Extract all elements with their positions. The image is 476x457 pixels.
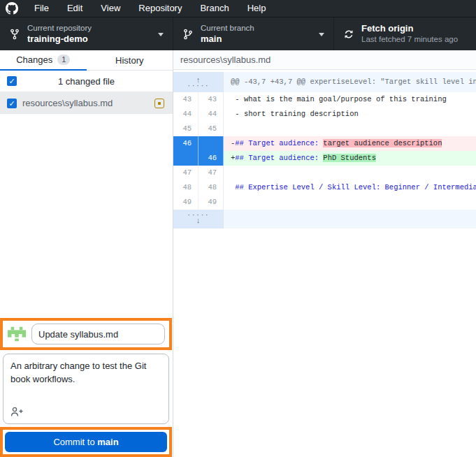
title-bar: FileEditViewRepositoryBranchHelp bbox=[0, 0, 476, 17]
diff-line-code: -## Target audience: target audience des… bbox=[224, 136, 476, 151]
sidebar-tabs: Changes 1 History bbox=[0, 50, 173, 71]
expand-down-icon[interactable]: ·····↓ bbox=[173, 210, 224, 228]
fetch-origin-subtitle: Last fetched 7 minutes ago bbox=[361, 34, 458, 45]
current-branch-text: Current branch main bbox=[201, 23, 254, 45]
diff-line-code: ## Expertise Level / Skill Level: Beginn… bbox=[224, 180, 476, 195]
diff-line-code: - short training description bbox=[224, 107, 476, 122]
hunk-header-text: @@ -43,7 +43,7 @@ expertiseLevel: "Targe… bbox=[224, 72, 476, 92]
diff-line-code: +## Target audience: PhD Students bbox=[224, 151, 476, 166]
word-diff-highlight: PhD Students bbox=[323, 154, 376, 162]
sidebar: Changes 1 History 1 changed file ✓ ✓ res… bbox=[0, 50, 173, 457]
old-line-number[interactable]: 47 bbox=[173, 166, 199, 180]
commit-button-label: Commit to bbox=[53, 437, 97, 447]
old-line-number[interactable]: 45 bbox=[173, 122, 199, 136]
current-repository-button[interactable]: Current repository training-demo bbox=[0, 17, 173, 50]
avatar bbox=[7, 324, 27, 344]
diff-line-context[interactable]: 4343 - what is the main goal/purpose of … bbox=[173, 92, 476, 107]
menu-item-view[interactable]: View bbox=[92, 0, 129, 17]
content-area: Changes 1 History 1 changed file ✓ ✓ res… bbox=[0, 50, 476, 457]
expand-code bbox=[224, 210, 476, 228]
fetch-origin-title: Fetch origin bbox=[361, 23, 458, 34]
menu-item-branch[interactable]: Branch bbox=[191, 0, 238, 17]
changed-files-header: 1 changed file ✓ bbox=[0, 71, 173, 92]
old-line-number[interactable]: 49 bbox=[173, 195, 199, 210]
diff-line-code: - what is the main goal/purpose of this … bbox=[224, 92, 476, 107]
branch-icon bbox=[182, 29, 194, 40]
word-diff-highlight: target audience description bbox=[323, 139, 442, 147]
diff-line-context[interactable]: 4949 bbox=[173, 195, 476, 210]
commit-description-text: An arbitrary change to test the Git book… bbox=[10, 361, 146, 384]
file-list-item[interactable]: ✓ resources\syllabus.md bbox=[0, 92, 173, 114]
old-line-number[interactable]: 48 bbox=[173, 180, 199, 195]
annotation-highlight-commit-button: Commit to main bbox=[0, 427, 172, 457]
diff-line-code bbox=[224, 122, 476, 136]
diff-expand-row: ·····↓ bbox=[173, 210, 476, 228]
current-branch-label: Current branch bbox=[201, 23, 254, 34]
current-branch-value: main bbox=[201, 34, 254, 45]
diff-line-context[interactable]: 4848 ## Expertise Level / Skill Level: B… bbox=[173, 180, 476, 195]
old-line-number[interactable]: 46 bbox=[173, 136, 199, 151]
menu-item-edit[interactable]: Edit bbox=[58, 0, 92, 17]
diff-line-code bbox=[224, 195, 476, 210]
new-line-number[interactable]: 45 bbox=[199, 122, 224, 136]
new-line-number[interactable] bbox=[199, 136, 224, 151]
diff-file-path: resources\syllabus.md bbox=[173, 50, 476, 70]
new-line-number[interactable]: 43 bbox=[199, 92, 224, 107]
commit-summary-input[interactable] bbox=[31, 324, 165, 344]
tab-history[interactable]: History bbox=[87, 50, 173, 70]
chevron-down-icon bbox=[158, 33, 164, 36]
menu-item-repository[interactable]: Repository bbox=[129, 0, 191, 17]
modified-status-icon bbox=[154, 99, 164, 108]
diff-line-context[interactable]: 4444 - short training description bbox=[173, 107, 476, 122]
file-path-label: resources\syllabus.md bbox=[22, 98, 154, 108]
diff-line-addition[interactable]: 46+## Target audience: PhD Students bbox=[173, 151, 476, 166]
old-line-number[interactable] bbox=[173, 151, 199, 166]
new-line-number[interactable]: 47 bbox=[199, 166, 224, 180]
menu-item-file[interactable]: File bbox=[25, 0, 58, 17]
toolbar: Current repository training-demo Current… bbox=[0, 17, 476, 50]
diff-line-code bbox=[224, 166, 476, 180]
current-repository-value: training-demo bbox=[27, 34, 92, 45]
new-line-number[interactable]: 48 bbox=[199, 180, 224, 195]
diff-hunk-row: ↑·····@@ -43,7 +43,7 @@ expertiseLevel: … bbox=[173, 72, 476, 92]
new-line-number[interactable]: 46 bbox=[199, 151, 224, 166]
diff-line-context[interactable]: 4545 bbox=[173, 122, 476, 136]
file-checkbox[interactable]: ✓ bbox=[7, 99, 17, 108]
github-logo-icon bbox=[6, 2, 18, 15]
new-line-number[interactable]: 49 bbox=[199, 195, 224, 210]
tab-changes[interactable]: Changes 1 bbox=[0, 50, 87, 71]
expand-up-icon[interactable]: ↑····· bbox=[173, 72, 224, 92]
annotation-highlight-summary bbox=[0, 318, 172, 350]
tab-history-label: History bbox=[115, 55, 143, 66]
diff-line-context[interactable]: 4747 bbox=[173, 166, 476, 180]
diff-line-deletion[interactable]: 46-## Target audience: target audience d… bbox=[173, 136, 476, 151]
add-coauthor-icon[interactable] bbox=[10, 406, 24, 419]
sidebar-spacer bbox=[0, 114, 173, 318]
chevron-down-icon bbox=[319, 33, 324, 36]
menu-item-help[interactable]: Help bbox=[238, 0, 275, 17]
changed-files-count: 1 changed file bbox=[0, 76, 173, 87]
menu-items: FileEditViewRepositoryBranchHelp bbox=[25, 0, 275, 17]
fetch-origin-text: Fetch origin Last fetched 7 minutes ago bbox=[361, 23, 458, 45]
sync-icon bbox=[343, 29, 354, 40]
changes-count-badge: 1 bbox=[57, 55, 70, 65]
current-repository-text: Current repository training-demo bbox=[27, 23, 92, 45]
commit-description-textarea[interactable]: An arbitrary change to test the Git book… bbox=[3, 354, 169, 424]
commit-button-branch: main bbox=[97, 437, 118, 447]
commit-button[interactable]: Commit to main bbox=[5, 432, 167, 452]
old-line-number[interactable]: 44 bbox=[173, 107, 199, 122]
current-branch-button[interactable]: Current branch main bbox=[173, 17, 334, 50]
new-line-number[interactable]: 44 bbox=[199, 107, 224, 122]
tab-changes-label: Changes bbox=[16, 55, 52, 65]
repo-fork-icon bbox=[9, 29, 20, 40]
diff-body: ↑·····@@ -43,7 +43,7 @@ expertiseLevel: … bbox=[173, 70, 476, 457]
current-repository-label: Current repository bbox=[27, 23, 92, 34]
github-desktop-window: FileEditViewRepositoryBranchHelp Current… bbox=[0, 0, 476, 457]
diff-pane: resources\syllabus.md ↑·····@@ -43,7 +43… bbox=[173, 50, 476, 457]
fetch-origin-button[interactable]: Fetch origin Last fetched 7 minutes ago bbox=[334, 17, 476, 50]
old-line-number[interactable]: 43 bbox=[173, 92, 199, 107]
